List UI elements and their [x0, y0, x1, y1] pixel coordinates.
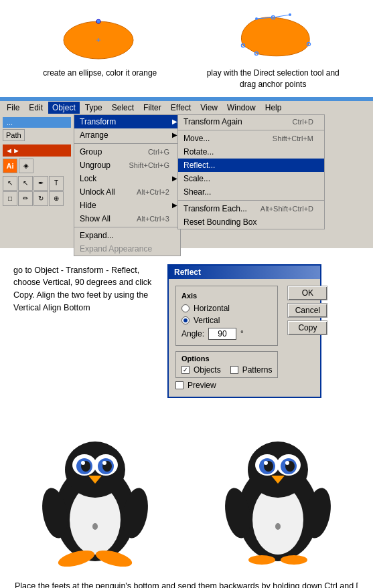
tool-text[interactable]: T	[49, 176, 64, 191]
reflect-title-bar: Reflect	[169, 266, 320, 279]
tool-direct[interactable]: ↖	[18, 176, 33, 191]
object-dropdown-area: Transform▶ Arrange▶ GroupCtrl+G UngroupS…	[74, 114, 373, 248]
menu-expand-appearance[interactable]: Expand Appearance	[74, 242, 180, 256]
menu-ungroup[interactable]: UngroupShift+Ctrl+G	[74, 159, 180, 172]
tool-rotate[interactable]: ↻	[33, 191, 48, 206]
menu-filter[interactable]: Filter	[139, 102, 165, 114]
axis-label: Axis	[181, 292, 272, 300]
ai-logo: Ai	[3, 159, 17, 173]
horizontal-radio[interactable]	[181, 304, 190, 312]
tool-pencil[interactable]: ✏	[18, 191, 33, 206]
menu-help[interactable]: Help	[261, 102, 286, 114]
svg-point-43	[275, 523, 281, 530]
top-section: create an ellipse, color it orange play …	[0, 0, 373, 97]
menu-screenshot: File Edit Object Type Select Filter Effe…	[0, 97, 373, 248]
degrees-symbol: °	[240, 329, 244, 338]
copy-button[interactable]: Copy	[287, 320, 327, 335]
menu-view[interactable]: View	[196, 102, 222, 114]
toolbar-icons: ↖ ↖ ✒ T □ ✏ ↻ ⊕	[3, 176, 71, 206]
blob-illustration	[230, 12, 317, 62]
vertical-radio-row[interactable]: Vertical	[181, 316, 272, 325]
menu-edit[interactable]: Edit	[25, 102, 47, 114]
preview-checkbox[interactable]	[175, 381, 183, 389]
trans-scale[interactable]: Scale...	[178, 172, 324, 185]
bottom-caption: Place the feets at the penguin's bottom …	[0, 573, 373, 588]
menu-select[interactable]: Select	[108, 102, 138, 114]
svg-point-42	[281, 555, 307, 565]
path-label: Path	[3, 129, 25, 141]
options-group: Options Objects Patterns	[175, 351, 278, 378]
patterns-checkbox[interactable]	[230, 366, 238, 374]
menu-file[interactable]: File	[3, 102, 23, 114]
menu-unlock-all[interactable]: Unlock AllAlt+Ctrl+2	[74, 185, 180, 199]
tool-pen[interactable]: ✒	[33, 176, 48, 191]
preview-row[interactable]: Preview	[175, 381, 313, 390]
reflect-main: Axis Horizontal Vertical Angle: °	[175, 286, 313, 378]
top-caption-1: create an ellipse, color it orange	[43, 68, 157, 79]
dialog-buttons: OK Cancel Copy	[287, 286, 327, 378]
penguin-1	[28, 419, 162, 567]
menu-bar: File Edit Object Type Select Filter Effe…	[0, 101, 373, 114]
top-item-blob: play with the Direct selection tool and …	[200, 12, 347, 90]
svg-point-9	[289, 13, 291, 16]
panel-title: ...	[3, 117, 71, 128]
svg-point-11	[255, 17, 258, 20]
menu-expand[interactable]: Expand...	[74, 229, 180, 242]
svg-point-38	[285, 461, 289, 465]
tool-zoom[interactable]: ⊕	[49, 191, 64, 206]
svg-point-22	[102, 461, 106, 465]
ok-button[interactable]: OK	[287, 286, 327, 300]
svg-point-37	[264, 461, 268, 465]
reflect-left: Axis Horizontal Vertical Angle: °	[175, 286, 278, 378]
objects-label: Objects	[194, 365, 221, 375]
penguin-1-svg	[28, 419, 162, 567]
trans-rotate[interactable]: Rotate...	[178, 145, 324, 159]
svg-line-8	[273, 15, 290, 17]
svg-point-1	[96, 19, 100, 23]
bottom-section	[0, 409, 373, 573]
patterns-label: Patterns	[242, 365, 273, 375]
menu-show-all[interactable]: Show AllAlt+Ctrl+3	[74, 212, 180, 225]
angle-input[interactable]	[208, 328, 236, 340]
menu-content: ... Path ◄► Ai ◈ ↖ ↖ ✒ T □ ✏ ↻ ⊕	[0, 114, 373, 248]
left-toolbar: ... Path ◄► Ai ◈ ↖ ↖ ✒ T □ ✏ ↻ ⊕	[0, 114, 74, 248]
trans-again[interactable]: Transform AgainCtrl+D	[178, 115, 324, 128]
horizontal-radio-row[interactable]: Horizontal	[181, 304, 272, 313]
trans-each[interactable]: Transform Each...Alt+Shift+Ctrl+D	[178, 202, 324, 215]
menu-hide[interactable]: Hide▶	[74, 199, 180, 212]
cancel-button[interactable]: Cancel	[287, 303, 327, 318]
middle-section: go to Object - Transform - Reflect, choo…	[0, 254, 373, 409]
objects-checkbox[interactable]	[181, 366, 190, 374]
svg-point-27	[92, 523, 98, 530]
trans-move[interactable]: Move...Shift+Ctrl+M	[178, 132, 324, 145]
menu-effect[interactable]: Effect	[167, 102, 195, 114]
menu-type[interactable]: Type	[81, 102, 106, 114]
menu-lock[interactable]: Lock▶	[74, 172, 180, 185]
svg-point-41	[248, 555, 275, 565]
middle-text: go to Object - Transform - Reflect, choo…	[13, 264, 161, 314]
penguin-2-svg	[211, 419, 345, 567]
top-item-ellipse: create an ellipse, color it orange	[26, 12, 173, 79]
axis-group: Axis Horizontal Vertical Angle: °	[175, 286, 278, 346]
menu-group[interactable]: GroupCtrl+G	[74, 145, 180, 159]
trans-reflect[interactable]: Reflect...	[178, 159, 324, 172]
tool-1[interactable]: ◈	[19, 159, 33, 173]
angle-row: Angle: °	[181, 328, 272, 340]
menu-transform[interactable]: Transform▶	[74, 115, 180, 128]
vertical-radio[interactable]	[181, 316, 190, 324]
top-caption-2: play with the Direct selection tool and …	[200, 68, 347, 90]
objects-checkbox-row[interactable]: Objects Patterns	[181, 365, 272, 375]
reflect-dialog[interactable]: Reflect Axis Horizontal Vertical	[167, 264, 321, 398]
trans-shear[interactable]: Shear...	[178, 185, 324, 199]
reflect-body: Axis Horizontal Vertical Angle: °	[169, 279, 320, 397]
penguin-2	[211, 419, 345, 567]
tool-shape[interactable]: □	[3, 191, 17, 206]
menu-arrange[interactable]: Arrange▶	[74, 128, 180, 142]
horizontal-label: Horizontal	[194, 304, 230, 313]
tool-arrow[interactable]: ↖	[3, 176, 17, 191]
vertical-label: Vertical	[194, 316, 220, 325]
trans-reset[interactable]: Reset Bounding Box	[178, 215, 324, 229]
object-menu: Transform▶ Arrange▶ GroupCtrl+G UngroupS…	[74, 114, 181, 256]
menu-object[interactable]: Object	[48, 102, 80, 114]
menu-window[interactable]: Window	[223, 102, 260, 114]
